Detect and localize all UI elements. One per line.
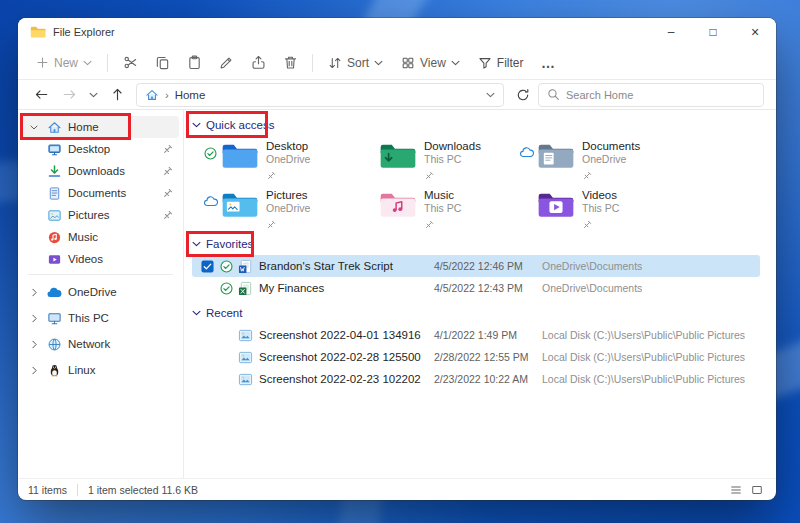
back-button[interactable] [28,83,54,107]
item-count: 11 items [28,484,67,496]
home-icon [145,88,159,102]
filter-button[interactable]: Filter [470,51,532,75]
folder-name: Documents [582,140,640,153]
status-spacer [360,138,376,147]
file-date-modified: 2/28/2022 12:55 PM [434,351,542,363]
sidebar-item-label: Network [68,338,110,350]
close-button[interactable]: × [734,18,776,46]
more-options-button[interactable]: … [534,49,564,77]
checkbox-checked-icon[interactable] [200,260,214,273]
folder-tile-desktop[interactable]: Desktop OneDrive [202,138,360,180]
chevron-right-icon[interactable] [28,288,40,297]
recent-list: Screenshot 2022-04-01 134916 4/1/2022 1:… [192,324,766,390]
sidebar-item-videos[interactable]: Videos [22,248,179,270]
chevron-right-icon[interactable] [28,366,40,375]
sidebar-item-label: Music [68,231,98,243]
file-row-screenshot-2022-02-28[interactable]: Screenshot 2022-02-28 125500 2/28/2022 1… [192,346,760,368]
image-file-icon [237,372,253,387]
section-header-favorites[interactable]: Favorites [192,235,766,253]
pin-icon [424,216,461,234]
chevron-down-icon[interactable] [28,125,40,130]
search-box[interactable] [538,83,764,107]
recent-locations-button[interactable] [84,83,102,107]
chevron-down-icon [192,241,201,247]
folder-tile-videos[interactable]: Videos This PC [518,187,676,229]
chevron-down-icon[interactable] [486,92,495,98]
status-spacer [360,187,376,196]
folder-icon-music [379,187,417,224]
sidebar-item-label: OneDrive [68,286,117,298]
refresh-icon [516,88,530,102]
maximize-button[interactable]: □ [692,18,734,46]
chevron-right-icon[interactable] [28,314,40,323]
view-button[interactable]: View [393,51,468,75]
minimize-button[interactable]: – [650,18,692,46]
delete-button[interactable] [275,49,305,77]
sync-check-icon [218,260,234,273]
sidebar-item-home[interactable]: Home [22,116,179,138]
file-name: Screenshot 2022-02-28 125500 [259,351,434,363]
downloads-icon [46,163,62,179]
window-body: Home Desktop [18,110,776,478]
rename-icon [219,55,234,70]
copy-button[interactable] [147,49,177,77]
view-icon [401,56,415,70]
sidebar-item-label: Linux [68,364,96,376]
sidebar-item-pictures[interactable]: Pictures [22,204,179,226]
sidebar-item-documents[interactable]: Documents [22,182,179,204]
word-document-icon [237,259,253,274]
up-button[interactable] [104,83,130,107]
sidebar-item-linux[interactable]: Linux [22,357,179,383]
cut-button[interactable] [115,49,145,77]
sidebar-item-onedrive[interactable]: OneDrive [22,279,179,305]
folder-tile-downloads[interactable]: Downloads This PC [360,138,518,180]
file-location: OneDrive\Documents [542,260,642,272]
folder-location: OneDrive [266,153,310,165]
sidebar-item-label: Home [68,121,99,133]
file-row-screenshot-2022-04-01[interactable]: Screenshot 2022-04-01 134916 4/1/2022 1:… [192,324,760,346]
paste-button[interactable] [179,49,209,77]
file-row-brandons-star-trek-script[interactable]: Brandon's Star Trek Script 4/5/2022 12:4… [192,255,760,277]
sidebar-divider [28,274,173,275]
section-label: Quick access [206,119,274,131]
forward-button[interactable] [56,83,82,107]
file-location: Local Disk (C:)\Users\Public\Public Pict… [542,373,745,385]
new-button[interactable]: New [28,51,100,75]
folder-tile-documents[interactable]: Documents OneDrive [518,138,676,180]
copy-icon [155,55,170,70]
sort-button[interactable]: Sort [320,51,391,75]
share-button[interactable] [243,49,273,77]
large-thumbnails-view-button[interactable] [748,482,766,498]
file-row-my-finances[interactable]: My Finances 4/5/2022 12:43 PM OneDrive\D… [192,277,760,299]
file-name: Screenshot 2022-02-23 102202 [259,373,434,385]
section-header-quick-access[interactable]: Quick access [192,116,766,134]
sidebar-item-network[interactable]: Network [22,331,179,357]
status-bar: 11 items 1 item selected 11.6 KB [18,478,776,500]
file-row-screenshot-2022-02-23[interactable]: Screenshot 2022-02-23 102202 2/23/2022 1… [192,368,760,390]
sidebar-item-downloads[interactable]: Downloads [22,160,179,182]
file-name: Brandon's Star Trek Script [259,260,434,272]
desktop-icon [46,141,62,157]
cloud-icon [518,138,534,158]
filter-icon [478,56,492,70]
folder-tile-pictures[interactable]: Pictures OneDrive [202,187,360,229]
search-input[interactable] [566,89,755,101]
address-bar[interactable]: › Home [136,83,504,107]
file-date-modified: 2/23/2022 10:22 AM [434,373,542,385]
breadcrumb-separator: › [165,89,169,101]
folder-tile-music[interactable]: Music This PC [360,187,518,229]
sidebar-item-music[interactable]: Music [22,226,179,248]
sidebar-item-this-pc[interactable]: This PC [22,305,179,331]
breadcrumb-home[interactable]: Home [175,89,206,101]
pin-icon [582,216,619,234]
rename-button[interactable] [211,49,241,77]
sidebar: Home Desktop [18,110,184,478]
section-header-recent[interactable]: Recent [192,304,766,322]
details-view-button[interactable] [727,482,745,498]
sidebar-item-desktop[interactable]: Desktop [22,138,179,160]
view-toggles [727,482,766,498]
chevron-right-icon[interactable] [28,340,40,349]
sort-icon [328,56,342,70]
refresh-button[interactable] [510,83,536,107]
titlebar[interactable]: File Explorer – □ × [18,18,776,46]
